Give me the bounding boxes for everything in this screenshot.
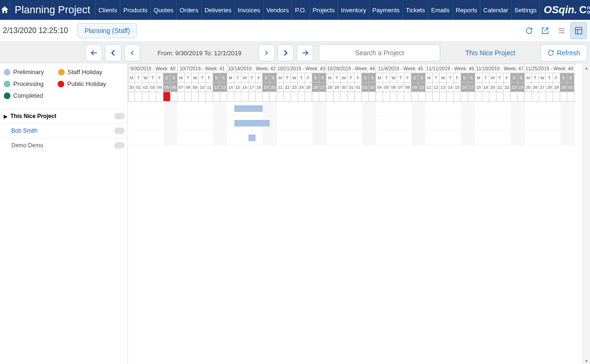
day-number-cell: 22: [504, 83, 511, 92]
day-number-cell: 05: [383, 83, 390, 92]
scroll-up-icon[interactable]: ▴: [582, 64, 590, 71]
nav-emails[interactable]: Emails: [428, 0, 453, 20]
legend-label: Completed: [13, 92, 43, 99]
sync-button[interactable]: [521, 23, 537, 39]
nav-p-o-[interactable]: P.O.: [292, 0, 309, 20]
planning-staff-button[interactable]: Planning (Staff): [77, 23, 137, 38]
legend-label: Preliminary: [13, 68, 44, 76]
project-row[interactable]: This Nice Project: [0, 109, 128, 123]
dow-cell: S: [270, 73, 277, 83]
nav-prev-button[interactable]: [124, 44, 141, 61]
row-toggle-handle[interactable]: [114, 127, 125, 134]
nav-projects[interactable]: Projects: [310, 0, 338, 20]
arrow-right-solid-icon: [301, 49, 309, 57]
nav-invoices[interactable]: Invoices: [235, 0, 264, 20]
home-button[interactable]: [0, 0, 10, 20]
timeline-view-toggle[interactable]: [570, 22, 587, 39]
nav-next-button[interactable]: [258, 44, 275, 61]
day-number-cell: 26: [312, 83, 319, 92]
legend-preliminary: Preliminary: [4, 68, 44, 76]
row-toggle-handle[interactable]: [114, 142, 125, 149]
holiday-marker-cell: [178, 92, 185, 102]
holiday-marker-cell: [355, 92, 362, 102]
selected-project-label[interactable]: This Nice Project: [443, 49, 538, 57]
timestamp: 2/13/2020 12:25:10: [3, 26, 77, 35]
gantt-row[interactable]: [128, 102, 574, 116]
nav-settings[interactable]: Settings: [512, 0, 540, 20]
day-number-cell: 07: [178, 83, 185, 92]
list-view-toggle[interactable]: [553, 22, 570, 39]
nav-calendar[interactable]: Calendar: [480, 0, 512, 20]
gantt-bar[interactable]: [248, 135, 256, 141]
holiday-marker-cell: [567, 92, 574, 102]
dow-cell: S: [163, 73, 171, 83]
search-project-input[interactable]: [319, 44, 440, 61]
dow-cell: T: [383, 73, 390, 83]
gantt-row[interactable]: [128, 131, 574, 145]
holiday-marker-cell: [333, 92, 341, 102]
holiday-marker-cell: [362, 92, 369, 102]
day-number-cell: 08: [185, 83, 192, 92]
dow-cell: W: [241, 73, 248, 83]
nav-products[interactable]: Products: [120, 0, 151, 20]
holiday-marker-cell: [227, 92, 234, 102]
resource-row[interactable]: Bob Smith: [0, 123, 128, 138]
dow-cell: S: [362, 73, 369, 83]
dow-cell: F: [206, 73, 213, 83]
day-number-cell: 24: [518, 83, 525, 92]
scroll-down-icon[interactable]: ▾: [582, 357, 590, 364]
dow-cell: T: [348, 73, 355, 83]
nav-payments[interactable]: Payments: [369, 0, 403, 20]
nav-first-button[interactable]: [86, 44, 102, 61]
nav-clients[interactable]: Clients: [95, 0, 120, 20]
holiday-marker-cell: [234, 92, 241, 102]
nav-orders[interactable]: Orders: [177, 0, 202, 20]
dow-cell: W: [440, 73, 447, 83]
holiday-marker-cell: [447, 92, 454, 102]
nav-vendors[interactable]: Vendors: [264, 0, 292, 20]
nav-next-page-button[interactable]: [278, 44, 294, 61]
holiday-marker-cell: [199, 92, 206, 102]
day-number-cell: 16: [461, 83, 468, 92]
nav-reports[interactable]: Reports: [453, 0, 481, 20]
chevron-right-icon: [263, 49, 270, 57]
day-number-cell: 14: [227, 83, 234, 92]
day-number-cell: 25: [525, 83, 532, 92]
vertical-scrollbar[interactable]: ▴ ▾: [582, 64, 590, 364]
refresh-button[interactable]: Refresh: [540, 44, 587, 61]
resource-row[interactable]: Demo Demo: [0, 138, 128, 152]
dow-cell: S: [312, 73, 319, 83]
dow-cell: M: [475, 73, 482, 83]
dow-cell: T: [546, 73, 553, 83]
dow-cell: T: [248, 73, 256, 83]
day-number-cell: 17: [468, 83, 475, 92]
nav-tickets[interactable]: Tickets: [403, 0, 428, 20]
holiday-marker-cell: [518, 92, 525, 102]
dow-cell: F: [305, 73, 312, 83]
gantt-body[interactable]: [128, 102, 590, 145]
dow-cell: T: [532, 73, 539, 83]
nav-last-button[interactable]: [297, 44, 313, 61]
row-toggle-handle[interactable]: [114, 113, 125, 119]
nav-inventory[interactable]: Inventory: [338, 0, 369, 20]
gantt-row[interactable]: [128, 116, 574, 131]
nav-quotes[interactable]: Quotes: [151, 0, 177, 20]
gantt-chart: 9/30/2019 - Week: 4010/7/2019 - Week: 41…: [128, 64, 590, 364]
holiday-marker-cell: [461, 92, 468, 102]
day-number-cell: 03: [369, 83, 376, 92]
nav-prev-page-button[interactable]: [105, 44, 121, 61]
nav-deliveries[interactable]: Deliveries: [202, 0, 235, 20]
holiday-marker-cell: [454, 92, 461, 102]
holiday-marker-cell: [213, 92, 220, 102]
day-number-cell: 27: [319, 83, 326, 92]
holiday-marker-cell: [511, 92, 518, 102]
holiday-marker-cell: [248, 92, 256, 102]
gantt-bar[interactable]: [234, 120, 270, 127]
day-number-cell: 19: [482, 83, 489, 92]
chevron-left-icon: [128, 49, 136, 57]
dow-cell: F: [553, 73, 560, 83]
gantt-bar[interactable]: [234, 105, 263, 112]
day-number-cell: 27: [539, 83, 546, 92]
dow-cell: T: [135, 73, 142, 83]
open-external-button[interactable]: [537, 23, 553, 39]
